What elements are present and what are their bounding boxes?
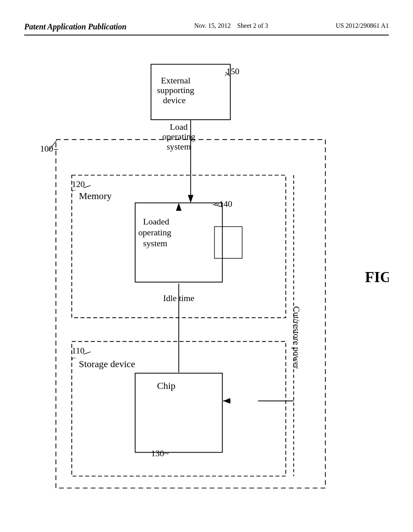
fig-label-text: FIG. 2 [365, 269, 389, 285]
load-os-label-1: Load [170, 122, 188, 132]
publication-label: Patent Application Publication [24, 22, 127, 31]
loaded-os-label-2: operating [138, 228, 171, 237]
ref-140: ~140 [215, 199, 232, 209]
memory-label: Memory [79, 191, 112, 201]
external-label-1: External [161, 76, 190, 85]
ref-120-bracket: ⌐ [72, 186, 76, 194]
patent-number: US 2012/290861 A1 [336, 22, 389, 29]
external-label-2: supporting [157, 85, 194, 95]
arrow-external-to-loadedos-head [188, 195, 194, 203]
diagram-svg: FIG. 2 100 Storage device 110 ⌐ Memory 1… [24, 52, 389, 508]
page-header: Patent Application Publication Nov. 15, … [24, 22, 389, 35]
ref-110-bracket: ⌐ [72, 354, 76, 362]
loaded-os-label-3: system [143, 239, 167, 248]
arrow-chip-to-loadedos-head [176, 203, 181, 211]
external-label-3: device [163, 96, 186, 105]
ref-130: 130~ [151, 449, 169, 458]
ref-110-brace [83, 352, 91, 354]
ref-100: 100 [40, 144, 53, 154]
header-date-sheet: Nov. 15, 2012 Sheet 2 of 3 [194, 22, 268, 29]
page: Patent Application Publication Nov. 15, … [0, 0, 413, 532]
header-sheet: Sheet 2 of 3 [237, 22, 268, 29]
diagram-area: FIG. 2 100 Storage device 110 ⌐ Memory 1… [24, 52, 389, 508]
ref-150-bracket: ⌐ [225, 71, 229, 79]
header-date: Nov. 15, 2012 [194, 22, 231, 29]
load-os-label-3: system [167, 142, 191, 152]
chip-label: Chip [157, 380, 175, 391]
inner-box-memory [215, 227, 242, 258]
loaded-os-label-1: Loaded [143, 217, 169, 227]
chip-box [135, 373, 222, 453]
storage-device-label: Storage device [79, 359, 135, 369]
cut-restore-label: Cut/restore power [292, 306, 301, 369]
